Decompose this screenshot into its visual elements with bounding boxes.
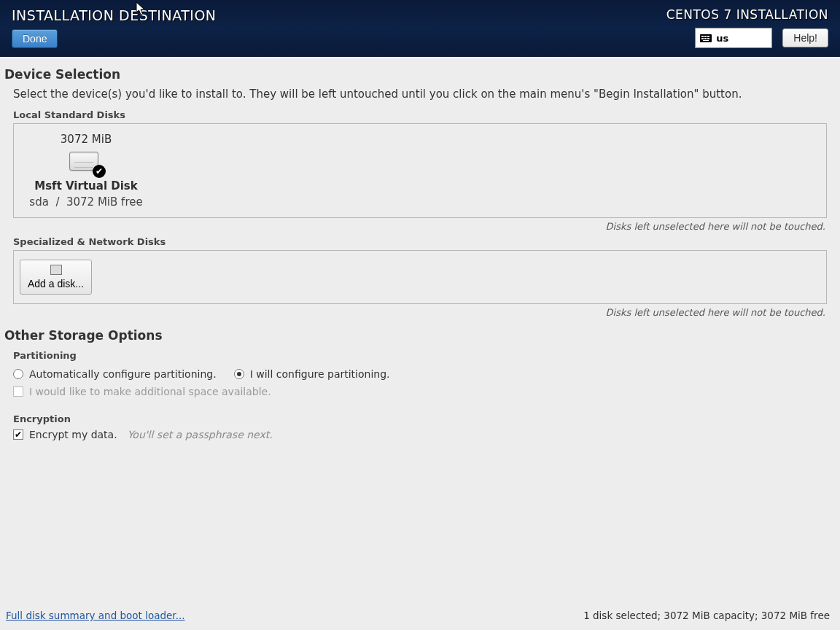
keyboard-layout-selector[interactable]: us	[695, 28, 772, 48]
auto-partition-radio[interactable]: Automatically configure partitioning.	[13, 368, 217, 380]
header: INSTALLATION DESTINATION Done CENTOS 7 I…	[0, 0, 840, 57]
radio-icon	[234, 369, 244, 379]
network-disks-label: Specialized & Network Disks	[4, 232, 836, 250]
device-selection-description: Select the device(s) you'd like to insta…	[4, 85, 836, 105]
device-selection-title: Device Selection	[4, 67, 836, 82]
reclaim-space-label: I would like to make additional space av…	[29, 386, 271, 397]
radio-icon	[13, 369, 23, 379]
done-button[interactable]: Done	[12, 29, 58, 48]
checkbox-icon	[13, 386, 23, 397]
page-title: INSTALLATION DESTINATION	[12, 7, 217, 23]
add-disk-button[interactable]: Add a disk...	[20, 260, 92, 295]
encrypt-checkbox[interactable]: Encrypt my data. You'll set a passphrase…	[13, 427, 273, 442]
network-disks-hint: Disks left unselected here will not be t…	[4, 304, 836, 318]
checkbox-icon	[13, 429, 23, 440]
disk-summary-text: 1 disk selected; 3072 MiB capacity; 3072…	[583, 610, 830, 621]
local-disks-label: Local Standard Disks	[4, 105, 836, 123]
manual-partition-label: I will configure partitioning.	[250, 368, 390, 380]
partitioning-label: Partitioning	[13, 346, 836, 364]
disk-size: 3072 MiB	[61, 133, 112, 146]
keyboard-icon	[700, 34, 712, 42]
disk-name: Msft Virtual Disk	[34, 179, 138, 192]
network-disk-icon	[50, 265, 62, 275]
encrypt-label: Encrypt my data.	[29, 429, 117, 440]
disk-selected-check-icon: ✔	[93, 165, 106, 178]
network-disks-panel: Add a disk...	[13, 250, 827, 304]
local-disks-hint: Disks left unselected here will not be t…	[4, 218, 836, 232]
local-disks-panel: 3072 MiB ✔ Msft Virtual Disk sda / 3072 …	[13, 123, 827, 218]
storage-options-title: Other Storage Options	[4, 328, 836, 343]
disk-free: sda / 3072 MiB free	[29, 195, 142, 209]
product-title: CENTOS 7 INSTALLATION	[666, 7, 828, 22]
disk-summary-link[interactable]: Full disk summary and boot loader...	[6, 610, 185, 621]
disk-item[interactable]: 3072 MiB ✔ Msft Virtual Disk sda / 3072 …	[24, 133, 148, 209]
encryption-label: Encryption	[13, 409, 836, 427]
reclaim-space-checkbox: I would like to make additional space av…	[13, 381, 271, 402]
hard-disk-icon: ✔	[69, 150, 103, 175]
auto-partition-label: Automatically configure partitioning.	[29, 368, 217, 380]
encrypt-hint: You'll set a passphrase next.	[128, 429, 273, 440]
footer: Full disk summary and boot loader... 1 d…	[0, 604, 840, 630]
add-disk-label: Add a disk...	[28, 278, 84, 289]
manual-partition-radio[interactable]: I will configure partitioning.	[234, 368, 390, 380]
help-button[interactable]: Help!	[782, 28, 828, 47]
keyboard-layout-label: us	[716, 33, 728, 44]
